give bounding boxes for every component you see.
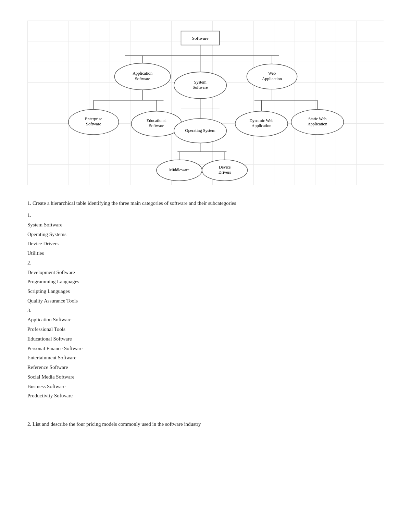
list-item: Application Software bbox=[27, 315, 384, 325]
label-sys-software2: Software bbox=[193, 85, 208, 90]
label-edu-software: Educational bbox=[147, 118, 167, 123]
page-wrapper: Software Application Software System Sof… bbox=[27, 21, 384, 427]
list-item: Programming Languages bbox=[27, 277, 384, 287]
list-item: Development Software bbox=[27, 268, 384, 277]
list-item: Quality Assurance Tools bbox=[27, 296, 384, 306]
list-item: Reference Software bbox=[27, 363, 384, 372]
label-software: Software bbox=[192, 36, 209, 41]
list-item: Utilities bbox=[27, 249, 384, 258]
label-sys-software: System bbox=[194, 80, 207, 85]
list-item: Entertainment Software bbox=[27, 353, 384, 363]
list-item: 1. bbox=[27, 211, 384, 220]
list-item: Personal Finance Software bbox=[27, 344, 384, 354]
label-os: Operating System bbox=[185, 128, 216, 133]
label-edu-software2: Software bbox=[149, 123, 164, 128]
label-middleware: Middleware bbox=[169, 168, 190, 172]
list-item: System Software bbox=[27, 220, 384, 230]
label-device-drivers: Device bbox=[219, 165, 231, 170]
label-static-web: Static Web bbox=[308, 116, 326, 121]
list-item: 3. bbox=[27, 306, 384, 316]
label-app-software: Application bbox=[133, 71, 152, 76]
question1-section: 1. Create a hierarchical table identifyi… bbox=[27, 199, 384, 401]
label-web-app: Web bbox=[268, 71, 276, 76]
label-enterprise2: Software bbox=[86, 122, 101, 126]
label-web-app2: Application bbox=[262, 76, 282, 81]
hierarchy-diagram: Software Application Software System Sof… bbox=[27, 21, 384, 185]
question1-label: 1. Create a hierarchical table identifyi… bbox=[27, 199, 384, 208]
question2-section: 2. List and describe the four pricing mo… bbox=[27, 421, 384, 427]
label-device-drivers2: Drivers bbox=[219, 170, 231, 175]
label-app-software2: Software bbox=[135, 76, 150, 81]
list-item: Business Software bbox=[27, 382, 384, 392]
label-static-web2: Application bbox=[308, 122, 327, 126]
list-item: 2. bbox=[27, 258, 384, 268]
list-item: Operating Systems bbox=[27, 230, 384, 239]
diagram-container: Software Application Software System Sof… bbox=[27, 21, 384, 185]
list-item: Productivity Software bbox=[27, 391, 384, 401]
list-item: Educational Software bbox=[27, 334, 384, 344]
list-item: Device Drivers bbox=[27, 239, 384, 249]
list-item: Scripting Languages bbox=[27, 287, 384, 296]
list-item: Professional Tools bbox=[27, 325, 384, 334]
label-dynamic-web: Dynamic Web bbox=[249, 118, 273, 123]
list-content: 1. System Software Operating Systems Dev… bbox=[27, 211, 384, 401]
question2-label: 2. List and describe the four pricing mo… bbox=[27, 421, 201, 427]
label-dynamic-web2: Application bbox=[251, 123, 271, 128]
label-enterprise: Enterprise bbox=[85, 116, 102, 121]
list-item: Social Media Software bbox=[27, 372, 384, 382]
